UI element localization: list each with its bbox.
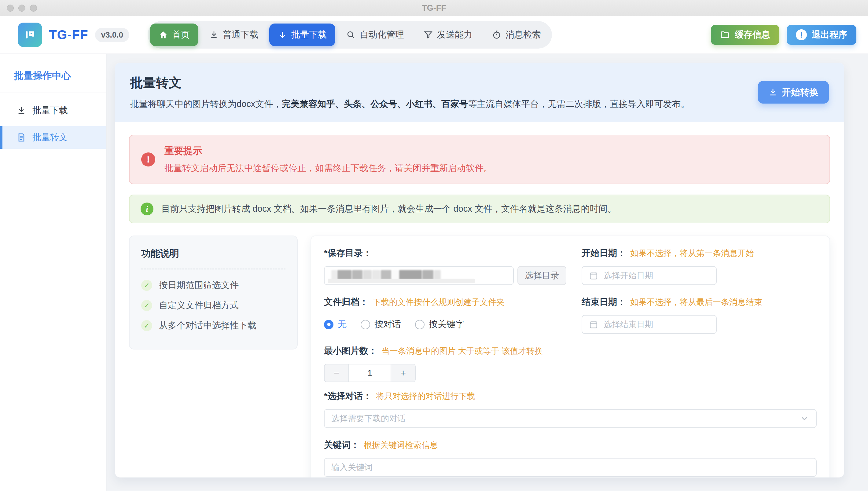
chat-select-dropdown[interactable]: 选择需要下载的对话 (324, 409, 817, 428)
card-header: 批量转文 批量将聊天中的图片转换为docx文件，完美兼容知乎、头条、公众号、小红… (115, 63, 844, 122)
chevron-down-icon (800, 414, 809, 423)
radio-archive-none[interactable]: 无 (324, 318, 347, 331)
archive-radio-group: 无 按对话 按关键字 (324, 315, 567, 334)
danger-alert-title: 重要提示 (165, 145, 493, 157)
convert-form: *保存目录： 开始日期： 如果不选择，将从第一条消息开始 (310, 235, 830, 478)
radio-archive-by-chat[interactable]: 按对话 (361, 318, 401, 331)
app-header: TG-FF v3.0.0 首页 普通下载 批量下载 自动化管理 发送能 (0, 16, 868, 54)
app-logo-icon (18, 23, 42, 47)
end-date-input[interactable]: 选择结束日期 (582, 315, 717, 334)
calendar-icon (589, 320, 598, 329)
sidebar-item-batch-convert[interactable]: 批量转文 (0, 126, 106, 149)
main-nav: 首页 普通下载 批量下载 自动化管理 发送能力 消息检索 (148, 21, 552, 49)
alert-exclamation-icon: ! (141, 152, 155, 167)
check-icon: ✓ (141, 300, 152, 311)
min-images-stepper: − 1 + (324, 364, 416, 382)
page-title: 批量转文 (130, 74, 689, 91)
min-images-value[interactable]: 1 (349, 364, 391, 382)
arrow-down-icon (278, 30, 287, 40)
radio-dot-icon (361, 320, 370, 329)
exclamation-circle-icon: ! (796, 29, 807, 40)
feature-panel: 功能说明 ✓ 按日期范围筛选文件 ✓ 自定义文件归档方式 ✓ (129, 235, 298, 350)
redacted-path-underbar (328, 279, 475, 283)
feature-panel-title: 功能说明 (141, 247, 285, 260)
start-date-input[interactable]: 选择开始日期 (582, 266, 717, 285)
feature-item: ✓ 自定义文件归档方式 (141, 299, 285, 312)
download-tray-icon (209, 30, 219, 40)
stepper-increase-button[interactable]: + (391, 364, 415, 382)
radio-archive-by-keyword[interactable]: 按关键字 (415, 318, 464, 331)
download-tray-icon (17, 106, 26, 116)
radio-dot-icon (324, 320, 334, 329)
check-icon: ✓ (141, 320, 152, 331)
nav-tab-send-ability[interactable]: 发送能力 (415, 23, 481, 46)
select-chat-label: *选择对话： 将只对选择的对话进行下载 (324, 390, 817, 402)
info-alert-text: 目前只支持把图片转成 docx 文档。如果一条消息里有图片，就会生成一个 doc… (161, 203, 616, 215)
feature-item: ✓ 按日期范围筛选文件 (141, 279, 285, 291)
document-icon (17, 132, 26, 142)
cache-info-button[interactable]: 缓存信息 (711, 25, 779, 45)
save-dir-label: *保存目录： (324, 247, 567, 259)
window-footer (0, 491, 868, 501)
feature-item: ✓ 从多个对话中选择性下载 (141, 320, 285, 332)
start-convert-button[interactable]: 开始转换 (758, 81, 829, 104)
danger-alert-text: 批量转文启动后无法中途暂停或停止，如需终止下载任务，请关闭并重新启动软件。 (165, 162, 493, 174)
exit-app-button[interactable]: ! 退出程序 (787, 25, 856, 45)
titlebar: TG-FF (0, 0, 868, 16)
calendar-icon (589, 271, 598, 280)
min-images-label: 最小图片数： 当一条消息中的图片 大于或等于 该值才转换 (324, 345, 817, 357)
header-actions: 缓存信息 ! 退出程序 (711, 25, 856, 45)
check-icon: ✓ (141, 280, 152, 291)
nav-tab-normal-download[interactable]: 普通下载 (201, 23, 267, 46)
sidebar-section-title: 批量操作中心 (0, 54, 106, 93)
sidebar-item-batch-download[interactable]: 批量下载 (0, 99, 106, 122)
home-icon (159, 30, 168, 40)
sidebar-divider (0, 93, 106, 93)
keyword-label: 关键词： 根据关键词检索信息 (324, 439, 817, 451)
archive-label: 文件归档： 下载的文件按什么规则创建子文件夹 (324, 296, 567, 308)
browse-directory-button[interactable]: 选择目录 (517, 266, 567, 285)
info-circle-icon: i (140, 203, 154, 215)
app-window: TG-FF TG-FF v3.0.0 首页 普通下载 (0, 0, 868, 501)
download-tray-icon (769, 88, 777, 97)
version-badge: v3.0.0 (95, 28, 129, 42)
funnel-icon (424, 30, 433, 40)
window-title: TG-FF (0, 3, 868, 13)
main-area: 批量转文 批量将聊天中的图片转换为docx文件，完美兼容知乎、头条、公众号、小红… (107, 54, 868, 491)
folder-icon (720, 30, 730, 40)
sidebar: 批量操作中心 批量下载 批量转文 (0, 54, 107, 491)
search-icon (346, 30, 356, 40)
info-alert: i 目前只支持把图片转成 docx 文档。如果一条消息里有图片，就会生成一个 d… (129, 195, 830, 223)
stopwatch-icon (492, 30, 501, 40)
start-date-label: 开始日期： 如果不选择，将从第一条消息开始 (582, 247, 817, 259)
page-description: 批量将聊天中的图片转换为docx文件，完美兼容知乎、头条、公众号、小红书、百家号… (130, 98, 689, 110)
dashed-divider (141, 268, 285, 269)
app-name: TG-FF (49, 28, 88, 42)
danger-alert: ! 重要提示 批量转文启动后无法中途暂停或停止，如需终止下载任务，请关闭并重新启… (129, 135, 830, 184)
save-directory-input[interactable] (324, 266, 514, 285)
keyword-input[interactable]: 输入关键词 (324, 458, 817, 477)
end-date-label: 结束日期： 如果不选择，将从最后一条消息结束 (582, 296, 817, 308)
stepper-decrease-button[interactable]: − (325, 364, 349, 382)
nav-tab-home[interactable]: 首页 (150, 23, 198, 46)
batch-convert-card: 批量转文 批量将聊天中的图片转换为docx文件，完美兼容知乎、头条、公众号、小红… (115, 63, 844, 478)
radio-dot-icon (415, 320, 424, 329)
nav-tab-batch-download[interactable]: 批量下载 (269, 23, 335, 46)
brand: TG-FF v3.0.0 (18, 23, 129, 47)
nav-tab-message-search[interactable]: 消息检索 (484, 23, 550, 46)
nav-tab-automation[interactable]: 自动化管理 (338, 23, 413, 46)
